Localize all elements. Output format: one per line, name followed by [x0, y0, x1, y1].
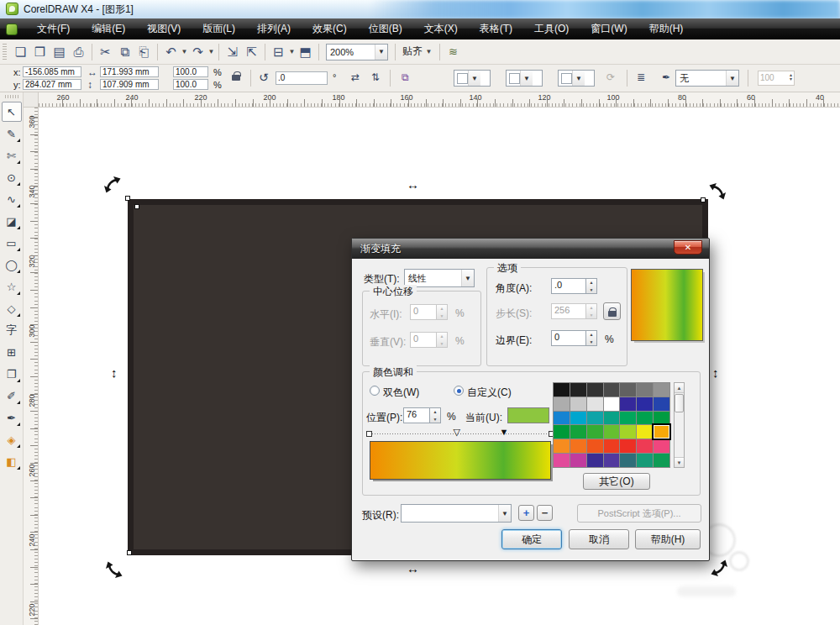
vertical-ruler[interactable]: 360340320300280260240220 [24, 108, 39, 625]
palette-color-swatch[interactable] [654, 425, 669, 439]
import-icon[interactable]: ⇲ [223, 43, 242, 61]
palette-color-swatch[interactable] [570, 439, 586, 453]
palette-color-swatch[interactable] [554, 397, 570, 411]
application-launcher-icon[interactable]: ⊟ [269, 43, 288, 61]
skew-handle-bottom-icon[interactable]: ↔ [407, 562, 419, 575]
horizontal-ruler[interactable]: 260240220200180160140120100806040 [39, 92, 840, 108]
palette-color-swatch[interactable] [587, 439, 603, 453]
palette-color-swatch[interactable] [637, 397, 653, 411]
selection-handle[interactable] [134, 204, 139, 209]
scroll-down-icon[interactable]: ▼ [675, 457, 684, 467]
palette-color-swatch[interactable] [637, 439, 653, 453]
palette-color-swatch[interactable] [654, 454, 669, 467]
custom-radio[interactable] [454, 386, 464, 396]
palette-color-swatch[interactable] [604, 412, 620, 425]
paste-icon[interactable]: ⎗ [134, 43, 154, 61]
ellipse-tool[interactable]: ◯ [2, 255, 22, 275]
remove-preset-button[interactable]: − [537, 505, 553, 521]
toolbar-drag-handle[interactable] [3, 44, 7, 60]
palette-color-swatch[interactable] [570, 397, 586, 411]
palette-color-swatch[interactable] [620, 454, 636, 467]
close-icon[interactable]: ✕ [674, 240, 702, 255]
palette-color-swatch[interactable] [570, 412, 586, 425]
ruler-origin-corner[interactable] [24, 92, 39, 108]
combine-icon[interactable]: ⧉ [402, 71, 409, 83]
redo-icon[interactable]: ↷ [188, 43, 207, 61]
mirror-vertical-icon[interactable]: ⇅ [371, 71, 380, 83]
scroll-up-icon[interactable]: ▲ [675, 383, 684, 393]
lock-ratio-icon[interactable] [232, 75, 240, 81]
mirror-horizontal-icon[interactable]: ⇄ [351, 71, 360, 83]
selection-handle[interactable] [701, 197, 706, 202]
zoom-level-combo[interactable]: 200% ▼ [326, 44, 388, 60]
palette-color-swatch[interactable] [587, 425, 603, 439]
steps-lock-button[interactable] [603, 302, 621, 320]
new-document-icon[interactable]: ❏ [11, 43, 30, 61]
dialog-title-bar[interactable]: 渐变填充 [352, 239, 709, 259]
palette-color-swatch[interactable] [554, 454, 570, 467]
gradient-stop-marker-selected[interactable]: ▼ [499, 428, 508, 437]
palette-color-swatch[interactable] [637, 425, 653, 439]
skew-handle-right-icon[interactable]: ↕ [712, 366, 719, 379]
object-width-field[interactable]: 171.993 mm [100, 66, 159, 77]
two-color-radio[interactable] [370, 386, 380, 396]
palette-color-swatch[interactable] [604, 397, 620, 411]
welcome-screen-icon[interactable]: ⬒ [296, 43, 315, 61]
palette-color-swatch[interactable] [654, 397, 669, 411]
presets-combo[interactable]: ▼ [401, 504, 512, 523]
scrollbar-thumb[interactable] [675, 394, 684, 412]
menu-item-文件(F)[interactable]: 文件(F) [26, 18, 81, 39]
palette-color-swatch[interactable] [554, 383, 570, 397]
cut-icon[interactable]: ✂ [96, 43, 115, 61]
basic-shapes-tool[interactable]: ◇ [2, 298, 22, 318]
menu-item-视图(V)[interactable]: 视图(V) [136, 18, 192, 39]
menu-item-帮助(H)[interactable]: 帮助(H) [638, 18, 695, 39]
interactive-blend-tool[interactable]: ❐ [2, 364, 22, 384]
corner-style-dropdown[interactable]: ▼ [454, 70, 491, 87]
palette-color-swatch[interactable] [554, 412, 570, 425]
palette-color-swatch[interactable] [654, 383, 669, 397]
palette-color-swatch[interactable] [604, 439, 620, 453]
corner-style-dropdown[interactable]: ▼ [558, 70, 595, 87]
outline-width-combo[interactable]: 无 ▼ [675, 70, 739, 87]
menu-item-位图(B)[interactable]: 位图(B) [358, 18, 413, 39]
skew-handle-top-icon[interactable]: ↔ [407, 178, 419, 191]
zoom-tool[interactable]: ⊙ [2, 167, 22, 187]
menu-item-效果(C)[interactable]: 效果(C) [302, 18, 358, 39]
toolbox-drag-handle[interactable] [5, 95, 18, 98]
eyedropper-tool[interactable]: ✐ [2, 386, 22, 406]
palette-color-swatch[interactable] [604, 383, 620, 397]
palette-color-swatch[interactable] [620, 412, 636, 425]
palette-color-swatch[interactable] [587, 454, 603, 467]
scale-horizontal-field[interactable]: 100.0 [173, 66, 208, 77]
palette-color-swatch[interactable] [587, 383, 603, 397]
chevron-down-icon[interactable]: ▼ [181, 48, 188, 55]
palette-color-swatch[interactable] [570, 454, 586, 467]
add-preset-button[interactable]: + [518, 505, 534, 521]
menu-item-窗口(W)[interactable]: 窗口(W) [580, 18, 638, 39]
fill-tool[interactable]: ◈ [2, 429, 22, 449]
gradient-stop-marker[interactable]: ▽ [453, 428, 459, 437]
palette-color-swatch[interactable] [654, 439, 669, 453]
angle-spinner[interactable]: ▲▼ [586, 278, 597, 294]
interactive-fill-tool[interactable]: ◧ [2, 451, 22, 471]
copy-icon[interactable]: ⧉ [115, 43, 134, 61]
palette-color-swatch[interactable] [554, 425, 570, 439]
open-icon[interactable]: ❒ [30, 43, 50, 61]
palette-color-swatch[interactable] [620, 397, 636, 411]
menu-item-排列(A)[interactable]: 排列(A) [246, 18, 302, 39]
selection-handle[interactable] [125, 196, 130, 201]
palette-color-swatch[interactable] [620, 439, 636, 453]
palette-color-swatch[interactable] [570, 425, 586, 439]
edge-pad-spinner[interactable]: ▲▼ [586, 330, 597, 346]
edge-pad-field[interactable]: 0 [551, 330, 586, 346]
palette-color-swatch[interactable] [604, 425, 620, 439]
menu-item-文本(X)[interactable]: 文本(X) [413, 18, 469, 39]
custom-label[interactable]: 自定义(C) [467, 386, 512, 400]
angle-field[interactable]: .0 [551, 278, 586, 294]
object-height-field[interactable]: 107.909 mm [100, 79, 159, 90]
save-icon[interactable]: ▤ [50, 43, 69, 61]
palette-color-swatch[interactable] [637, 454, 653, 467]
rectangle-tool[interactable]: ▭ [2, 233, 22, 253]
palette-scrollbar[interactable]: ▲ ▼ [674, 382, 685, 468]
